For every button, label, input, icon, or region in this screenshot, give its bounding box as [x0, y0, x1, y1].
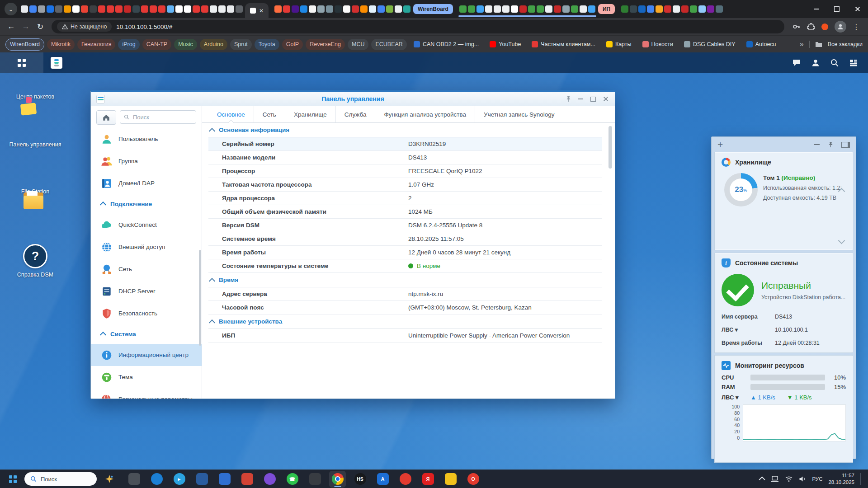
- taskbar-app[interactable]: HS: [352, 471, 368, 488]
- taskbar-app[interactable]: Я: [420, 471, 436, 488]
- bookmark[interactable]: Гениалогия: [77, 39, 115, 50]
- storage-widget-title[interactable]: Хранилище: [715, 153, 852, 169]
- profile-avatar[interactable]: [835, 21, 846, 33]
- bookmark[interactable]: Arduino: [200, 39, 227, 50]
- tab-favicon[interactable]: [476, 5, 484, 13]
- bookmark[interactable]: Новости: [638, 39, 677, 50]
- sidebar-item[interactable]: DHCP Server: [91, 280, 202, 302]
- tab[interactable]: Хранилище: [285, 106, 335, 122]
- tab-favicon[interactable]: [528, 5, 535, 13]
- bookmark[interactable]: Частным клиентам...: [528, 39, 599, 50]
- taskbar-app[interactable]: [442, 471, 459, 488]
- tab-favicon[interactable]: [98, 5, 105, 13]
- search-icon[interactable]: [830, 58, 839, 67]
- forward-button[interactable]: →: [19, 20, 33, 33]
- maximize-button[interactable]: [826, 0, 847, 18]
- browser-menu-icon[interactable]: ⋮: [853, 23, 860, 31]
- tab[interactable]: Учетная запись Synology: [475, 106, 563, 122]
- tab[interactable]: Основное: [208, 106, 254, 122]
- copilot-icon[interactable]: [105, 474, 114, 483]
- tab-favicon[interactable]: [227, 5, 234, 13]
- taskbar-app[interactable]: [307, 471, 323, 488]
- desktop-icon-dsm-help[interactable]: ? Справка DSM: [8, 244, 63, 278]
- section-collapse-icon[interactable]: [209, 127, 215, 134]
- tab-favicon[interactable]: [81, 5, 88, 13]
- minimize-button[interactable]: [806, 0, 826, 18]
- tab-favicon[interactable]: [519, 5, 527, 13]
- sidebar-item[interactable]: Система: [91, 324, 202, 344]
- widgets-panel-icon[interactable]: [849, 58, 858, 67]
- tab-favicon[interactable]: [90, 5, 97, 13]
- taskbar-search[interactable]: Поиск: [24, 472, 97, 486]
- tab-favicon[interactable]: [588, 5, 595, 13]
- tab[interactable]: Функция анализа устройства: [375, 106, 475, 122]
- bookmark[interactable]: ECUBEAR: [371, 39, 406, 50]
- tab-favicon[interactable]: [716, 5, 723, 13]
- tab-favicon[interactable]: [673, 5, 680, 13]
- tab-favicon[interactable]: [72, 5, 80, 13]
- bookmark[interactable]: Sprut: [230, 39, 252, 50]
- sidebar-item[interactable]: Тема: [91, 366, 202, 388]
- tab-favicon[interactable]: [292, 5, 299, 13]
- bookmark[interactable]: CAN-TP: [142, 39, 172, 50]
- pin-icon[interactable]: [827, 141, 834, 148]
- tab-favicon[interactable]: [459, 5, 467, 13]
- tab-favicon[interactable]: [193, 5, 200, 13]
- tab[interactable]: Сеть: [254, 106, 285, 122]
- start-button[interactable]: [4, 470, 22, 488]
- sidebar-item[interactable]: QuickConnect: [91, 214, 202, 236]
- tab-favicon[interactable]: [236, 5, 243, 13]
- show-desktop-button[interactable]: [860, 473, 863, 485]
- tab-favicon[interactable]: [554, 5, 561, 13]
- sidebar-item[interactable]: Информационный центр: [91, 344, 202, 366]
- maximize-icon[interactable]: [590, 97, 596, 102]
- home-button[interactable]: [96, 110, 116, 125]
- tab-favicon[interactable]: [647, 5, 654, 13]
- tab-favicon[interactable]: [218, 5, 226, 13]
- close-button[interactable]: [847, 0, 868, 18]
- tab-favicon[interactable]: [656, 5, 663, 13]
- tab-favicon[interactable]: [698, 5, 706, 13]
- clock[interactable]: 11:57 28.10.2025: [828, 472, 854, 486]
- section-collapse-icon[interactable]: [209, 319, 215, 325]
- main-menu-button[interactable]: [0, 52, 43, 73]
- tab-favicon[interactable]: [283, 5, 290, 13]
- volume-icon[interactable]: [799, 476, 806, 482]
- bookmark[interactable]: ReverseEng: [306, 39, 345, 50]
- tab-favicon[interactable]: [511, 5, 518, 13]
- tab-favicon[interactable]: [274, 5, 282, 13]
- tab-favicon[interactable]: [621, 5, 628, 13]
- taskbar-app[interactable]: [239, 471, 255, 488]
- taskbar-app[interactable]: [126, 471, 142, 488]
- tab-favicon[interactable]: [175, 5, 183, 13]
- tab-favicon[interactable]: [107, 5, 114, 13]
- tab-favicon[interactable]: [545, 5, 552, 13]
- tab-favicon[interactable]: [167, 5, 174, 13]
- taskbar-app[interactable]: [261, 471, 278, 488]
- bookmark[interactable]: Autoecu: [742, 39, 780, 50]
- back-button[interactable]: ←: [5, 20, 18, 33]
- extension-badge-icon[interactable]: [821, 23, 828, 30]
- hidden-icons-chevron[interactable]: [759, 476, 765, 483]
- tab-favicon[interactable]: [485, 5, 492, 13]
- active-tab[interactable]: ✕: [245, 3, 269, 18]
- sidebar-item[interactable]: Домен/LDAP: [91, 172, 202, 194]
- tab-favicon[interactable]: [64, 5, 71, 13]
- tab-favicon[interactable]: [360, 5, 368, 13]
- tab-favicon[interactable]: [571, 5, 578, 13]
- search-input[interactable]: [132, 113, 192, 121]
- tab-favicon[interactable]: [352, 5, 359, 13]
- tab-favicon[interactable]: [300, 5, 307, 13]
- taskbar-app[interactable]: A: [374, 471, 391, 488]
- tab-favicon[interactable]: [377, 5, 385, 13]
- taskbar-app[interactable]: ☎: [284, 471, 301, 488]
- bookmark[interactable]: Mikrotik: [47, 39, 75, 50]
- tab-close-icon[interactable]: ✕: [259, 8, 264, 14]
- taskbar-app[interactable]: [216, 471, 233, 488]
- tab-favicon[interactable]: [681, 5, 689, 13]
- desktop-icon-control-panel[interactable]: Панель управления: [8, 141, 63, 148]
- taskbar-app[interactable]: [148, 471, 165, 488]
- sidebar-item[interactable]: Безопасность: [91, 302, 202, 324]
- tab[interactable]: Служба: [335, 106, 375, 122]
- taskbar-app[interactable]: [329, 471, 346, 488]
